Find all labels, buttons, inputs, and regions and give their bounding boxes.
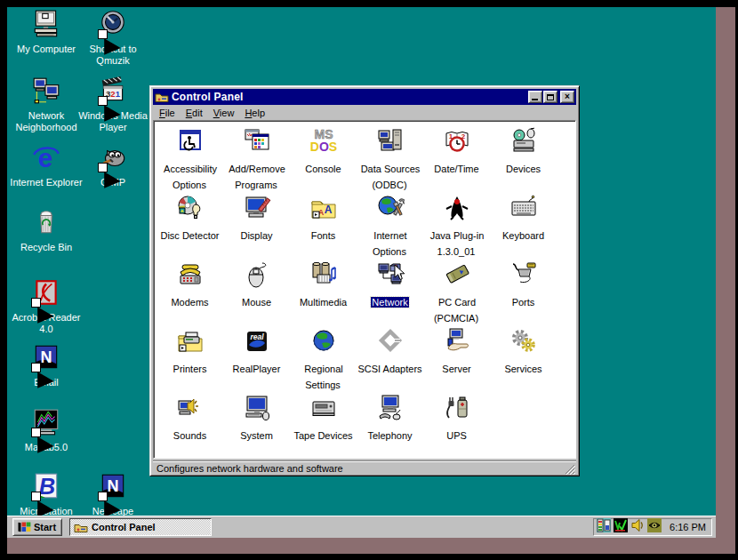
cpl-item-server[interactable]: Server [423,324,490,391]
control-panel-folder-icon [74,520,88,534]
accessibility-options-icon [176,127,205,156]
cpl-item-display[interactable]: Display [223,191,290,258]
cpl-item-network[interactable]: Network [357,258,423,324]
cpl-item-ups[interactable]: UPS [423,391,490,458]
cpl-item-realplayer[interactable]: realRealPlayer [223,324,290,391]
cpl-item-services[interactable]: Services [490,324,557,391]
resource-meter-icon[interactable] [597,520,611,535]
devices-icon [509,127,538,156]
ups-icon [443,394,471,422]
cpl-item-printers[interactable]: Printers [156,324,223,391]
cpl-item-system[interactable]: System [223,391,290,458]
desktop-icon-matlab5-0[interactable]: Matlab5.0 [7,407,85,453]
desktop-icon-windows-media-player[interactable]: 321Windows Media Player [74,76,152,133]
monitor-bezel-right [716,7,735,554]
cpl-item-modems[interactable]: Modems [156,258,223,324]
shortcut-arrow-overlay [31,298,41,308]
taskbar: Start Control Panel 6:16 PM [7,516,716,538]
console-icon: MSDOS [309,127,338,156]
volume-icon[interactable] [630,520,645,535]
cpl-item-label: SCSI Adapters [357,364,422,374]
cpl-item-regional-settings[interactable]: Regional Settings [290,324,357,391]
internet-options-icon [376,194,405,222]
desktop-icon-recycle-bin[interactable]: Recycle Bin [7,207,85,253]
tape-devices-icon [309,394,338,422]
cpl-item-ports[interactable]: Ports [490,258,557,324]
printers-icon [176,327,205,356]
cpl-item-label: Tape Devices [293,430,353,441]
shortcut-arrow-overlay [31,492,41,501]
client-area: Accessibility OptionsAdd/Remove Programs… [153,120,576,459]
cpl-item-accessibility-options[interactable]: Accessibility Options [156,124,223,191]
svg-text:A: A [324,204,332,216]
data-sources-odbc-icon [376,127,405,156]
email-icon: N [31,342,61,372]
svg-text:real: real [250,332,264,341]
task-label: Control Panel [92,522,156,532]
minimize-button[interactable] [528,91,542,103]
taskbar-task-control-panel[interactable]: Control Panel [69,518,212,536]
cpl-item-pc-card-pcmcia[interactable]: PC Card (PCMCIA) [423,258,490,324]
svg-text:DOS: DOS [309,140,336,154]
display-adapter-icon[interactable] [647,520,662,535]
cpl-item-disc-detector[interactable]: Disc Detector [156,191,223,258]
cpl-item-console[interactable]: MSDOSConsole [290,124,357,191]
desktop-icon-email[interactable]: NEmail [7,342,85,388]
fonts-icon: AA [309,194,338,222]
desktop-icon-acrobat-reader-4-0[interactable]: Acrobat Reader 4.0 [7,277,85,335]
menu-edit[interactable]: Edit [180,106,208,120]
desktop-icon-netscape[interactable]: NNetscape [74,471,152,517]
netscape-icon: N [98,471,128,501]
menu-file[interactable]: File [154,106,180,120]
title-bar[interactable]: Control Panel × [153,89,576,105]
system-icon [243,394,271,422]
cpl-item-telephony[interactable]: Telephony [357,391,423,458]
cpl-item-internet-options[interactable]: Internet Options [357,191,423,258]
cpl-item-date-time[interactable]: 12Date/Time [423,124,490,191]
desktop-icon-shortcut-to-qmuzik[interactable]: Shortcut to Qmuzik [74,9,152,67]
cpl-item-devices[interactable]: Devices [490,124,557,191]
telephony-icon [376,394,405,422]
cpl-item-multimedia[interactable]: Multimedia [290,258,357,324]
shortcut-arrow-overlay [31,363,41,372]
cpl-item-data-sources-odbc[interactable]: Data Sources (ODBC) [357,124,423,191]
recycle-bin-icon [31,207,61,237]
cpl-item-label: Java Plug-in 1.3.0_01 [429,230,485,257]
cpl-item-label: Multimedia [299,297,348,308]
virus-shield-icon[interactable] [614,520,628,535]
start-label: Start [34,522,56,532]
shortcut-arrow-overlay [98,96,108,106]
matlab5-0-icon [31,407,61,437]
cpl-item-label: Date/Time [433,164,479,174]
cpl-item-tape-devices[interactable]: Tape Devices [290,391,357,458]
cpl-item-sounds[interactable]: Sounds [156,391,223,458]
desktop-icon-gimp[interactable]: GIMP [74,142,152,188]
desktop-icon-label: Recycle Bin [7,242,85,253]
shortcut-arrow-overlay [98,29,108,39]
cpl-item-fonts[interactable]: AAFonts [290,191,357,258]
cpl-item-java-plug-in-1-3-0-01[interactable]: Java Plug-in 1.3.0_01 [423,191,490,258]
status-bar: Configures network hardware and software [153,460,576,476]
resize-grip[interactable] [565,464,576,476]
maximize-button[interactable] [543,91,558,103]
cpl-item-keyboard[interactable]: Keyboard [490,191,557,258]
menu-view[interactable]: View [208,106,240,120]
window-title: Control Panel [172,91,527,103]
menu-help[interactable]: Help [239,106,270,120]
menu-bar: FileEditViewHelp [153,105,576,120]
keyboard-icon [509,194,538,222]
cpl-item-label: Telephony [366,430,413,441]
cpl-item-label: Data Sources (ODBC) [360,164,421,190]
cpl-item-mouse[interactable]: Mouse [223,258,290,324]
close-button[interactable]: × [560,91,574,103]
disc-detector-icon [176,194,205,222]
cpl-item-scsi-adapters[interactable]: SCSI Adapters [357,324,423,391]
cpl-item-label: Mouse [241,297,272,308]
maximize-icon [547,94,554,100]
pc-card-pcmcia-icon [443,260,471,289]
control-panel-window: Control Panel × FileEditViewHelp Accessi… [149,85,580,476]
microstation-icon: B [31,471,61,501]
cpl-item-add-remove-programs[interactable]: Add/Remove Programs [223,124,290,191]
start-button[interactable]: Start [12,518,62,536]
cpl-item-label: Accessibility Options [163,164,217,190]
